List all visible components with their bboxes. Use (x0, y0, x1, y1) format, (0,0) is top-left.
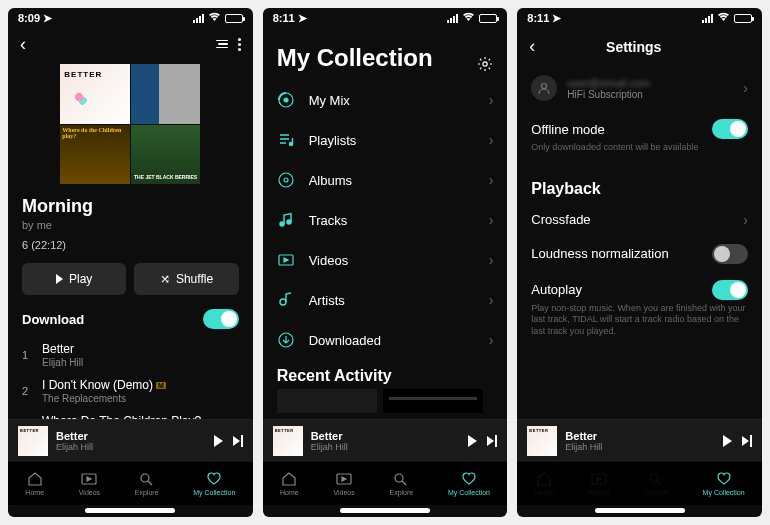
videos-icon (590, 471, 608, 487)
status-time: 8:11 (527, 12, 549, 24)
tab-explore[interactable]: Explore (644, 471, 668, 496)
mini-next-button[interactable] (487, 435, 497, 447)
tab-label: Videos (333, 489, 354, 496)
track-list: 1 Better Elijah Hill 2 I Don't Know (Dem… (8, 337, 253, 419)
svg-point-6 (279, 173, 293, 187)
autoplay-desc: Play non-stop music. When you are finish… (531, 303, 748, 338)
heart-icon (205, 471, 223, 487)
home-indicator[interactable] (85, 508, 175, 513)
home-indicator[interactable] (340, 508, 430, 513)
sort-icon[interactable] (216, 40, 228, 49)
back-button[interactable]: ‹ (20, 34, 26, 55)
tab-collection[interactable]: My Collection (703, 471, 745, 496)
list-item-tracks[interactable]: Tracks › (263, 200, 508, 240)
list-item-downloaded[interactable]: Downloaded › (263, 320, 508, 355)
list-item-playlists[interactable]: Playlists › (263, 120, 508, 160)
videos-icon (335, 471, 353, 487)
download-toggle[interactable] (203, 309, 239, 329)
autoplay-toggle[interactable] (712, 280, 748, 300)
tab-explore[interactable]: Explore (389, 471, 413, 496)
mini-player[interactable]: Better Elijah Hill (263, 419, 508, 461)
shuffle-label: Shuffle (176, 272, 213, 286)
mini-play-button[interactable] (723, 435, 732, 447)
recent-item[interactable] (383, 389, 483, 413)
list-item-mymix[interactable]: My Mix › (263, 80, 508, 120)
videos-icon (277, 251, 295, 269)
track-artist: The Replacements (42, 393, 239, 404)
tab-home[interactable]: Home (280, 471, 299, 496)
svg-point-4 (284, 98, 288, 102)
offline-desc: Only downloaded content will be availabl… (531, 142, 748, 154)
chevron-right-icon: › (489, 132, 494, 148)
wifi-icon (462, 12, 475, 24)
battery-icon (225, 14, 243, 23)
home-indicator[interactable] (595, 508, 685, 513)
track-row[interactable]: 1 Better Elijah Hill (8, 337, 253, 373)
list-label: Artists (309, 293, 475, 308)
tab-collection[interactable]: My Collection (193, 471, 235, 496)
playlist-meta: 6 (22:12) (22, 239, 239, 251)
recent-item[interactable] (277, 389, 377, 413)
track-artist: Elijah Hill (42, 357, 239, 368)
tab-home[interactable]: Home (25, 471, 44, 496)
tab-videos[interactable]: Videos (333, 471, 354, 496)
offline-toggle[interactable] (712, 119, 748, 139)
tab-label: Explore (389, 489, 413, 496)
list-label: Tracks (309, 213, 475, 228)
list-label: Downloaded (309, 333, 475, 348)
videos-icon (80, 471, 98, 487)
list-item-videos[interactable]: Videos › (263, 240, 508, 280)
chevron-right-icon: › (743, 80, 748, 96)
more-icon[interactable] (238, 38, 241, 51)
list-item-artists[interactable]: Artists › (263, 280, 508, 320)
list-item-albums[interactable]: Albums › (263, 160, 508, 200)
tab-label: Videos (588, 489, 609, 496)
mini-player[interactable]: Better Elijah Hill (517, 419, 762, 461)
mini-next-button[interactable] (742, 435, 752, 447)
play-button[interactable]: Play (22, 263, 126, 295)
wifi-icon (717, 12, 730, 24)
tab-videos[interactable]: Videos (79, 471, 100, 496)
cover-art-1 (60, 64, 130, 124)
tab-collection[interactable]: My Collection (448, 471, 490, 496)
gear-icon[interactable] (477, 50, 493, 66)
account-row[interactable]: user@email.com HiFi Subscription › (517, 65, 762, 111)
setting-crossfade[interactable]: Crossfade › (517, 204, 762, 236)
track-row[interactable]: 2 I Don't Know (Demo)M The Replacements (8, 373, 253, 409)
status-bar: 8:09➤ (8, 8, 253, 28)
tab-home[interactable]: Home (535, 471, 554, 496)
tab-label: Explore (135, 489, 159, 496)
list-label: Videos (309, 253, 475, 268)
downloaded-icon (277, 331, 295, 349)
track-row[interactable]: 3 Where Do The Children Play? Yusuf / Ca… (8, 409, 253, 419)
tab-explore[interactable]: Explore (135, 471, 159, 496)
tab-label: Videos (79, 489, 100, 496)
mini-next-button[interactable] (233, 435, 243, 447)
wifi-icon (208, 12, 221, 24)
mini-play-button[interactable] (214, 435, 223, 447)
loudness-toggle[interactable] (712, 244, 748, 264)
status-time: 8:11 (273, 12, 295, 24)
svg-point-7 (284, 178, 288, 182)
heart-icon (460, 471, 478, 487)
account-subscription: HiFi Subscription (567, 89, 733, 100)
mini-player-title: Better (56, 430, 206, 442)
shuffle-icon: ⤨ (160, 272, 170, 286)
chevron-right-icon: › (489, 332, 494, 348)
status-bar: 8:11➤ (263, 8, 508, 28)
shuffle-button[interactable]: ⤨Shuffle (134, 263, 238, 295)
mini-player-art (273, 426, 303, 456)
svg-point-14 (395, 474, 403, 482)
download-label: Download (22, 312, 84, 327)
tab-label: My Collection (193, 489, 235, 496)
svg-point-17 (650, 474, 658, 482)
mini-player[interactable]: Better Elijah Hill (8, 419, 253, 461)
albums-icon (277, 171, 295, 189)
recent-activity-strip[interactable] (263, 389, 508, 419)
tab-videos[interactable]: Videos (588, 471, 609, 496)
signal-icon (193, 14, 204, 23)
chevron-right-icon: › (489, 92, 494, 108)
search-icon (392, 471, 410, 487)
mini-play-button[interactable] (468, 435, 477, 447)
tab-bar: Home Videos Explore My Collection (8, 461, 253, 505)
